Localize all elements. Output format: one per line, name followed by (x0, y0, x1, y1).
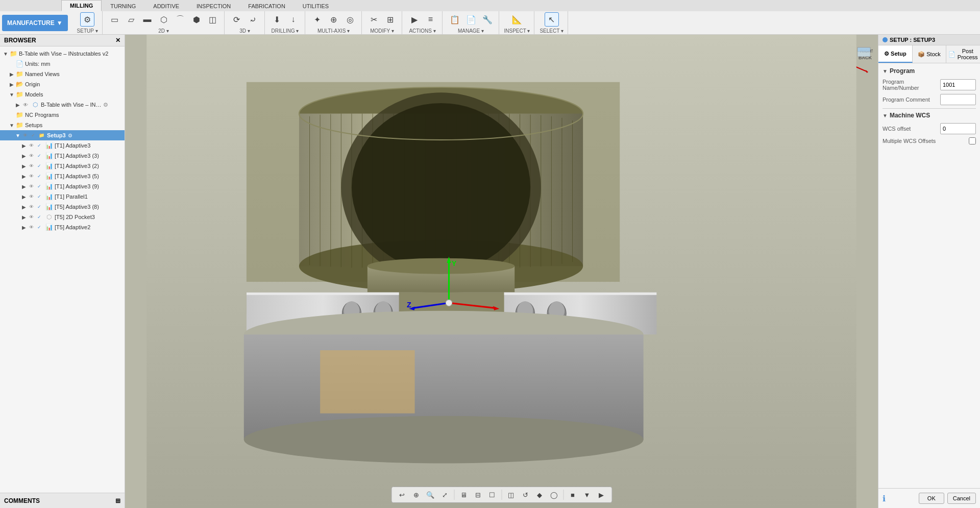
tab-milling[interactable]: MILLING (61, 0, 102, 11)
vp-btn-home[interactable]: ↩ (396, 489, 408, 501)
2d-icon-7[interactable]: ◫ (206, 12, 220, 27)
multiple-wcs-row: Multiple WCS Offsets (883, 137, 976, 144)
tree-item-t1-adaptive3-2[interactable]: 👁 ✓ 📊 [T1] Adaptive3 (2) (0, 161, 125, 171)
setup3-settings-icon[interactable]: ⚙ (68, 133, 72, 138)
vp-btn-rotate[interactable]: ↺ (519, 489, 531, 501)
manage-icon-2[interactable]: 📄 (464, 12, 478, 27)
tree-item-setups[interactable]: 📁 Setups (0, 120, 125, 130)
eye-vis-setup3: 👁 (21, 132, 29, 139)
vp-btn-zoom-fit[interactable]: ⊕ (410, 489, 422, 501)
2d-label[interactable]: 2D ▾ (158, 28, 169, 34)
2d-icon-5[interactable]: ⌒ (173, 12, 187, 27)
tab-additive[interactable]: ADDITIVE (144, 0, 188, 11)
tab-turning[interactable]: TURNING (102, 0, 144, 11)
tree-item-t1-adaptive3-3[interactable]: 👁 ✓ 📊 [T1] Adaptive3 (3) (0, 151, 125, 161)
manage-icon-1[interactable]: 📋 (448, 12, 462, 27)
tree-item-t5-2dpocket3[interactable]: 👁 ✓ ⬡ [T5] 2D Pocket3 (0, 212, 125, 222)
vp-btn-zoom[interactable]: 🔍 (424, 489, 436, 501)
toolbar-group-select: ↖ SELECT ▾ (535, 11, 568, 35)
multiaxis-icon-1[interactable]: ✦ (310, 12, 325, 27)
tab-utilities[interactable]: UTILITIES (294, 0, 337, 11)
tree-item-t1-adaptive3[interactable]: 👁 ✓ 📊 [T1] Adaptive3 (0, 140, 125, 151)
tree-item-t1-parallel1[interactable]: 👁 ✓ 📊 [T1] Parallel1 (0, 191, 125, 202)
manufacture-button[interactable]: MANUFACTURE ▼ (2, 15, 68, 31)
tab-setup[interactable]: ⚙ Setup (878, 45, 913, 63)
center-viewport[interactable]: RIGHT BACK (125, 35, 878, 508)
multiaxis-icon-2[interactable]: ⊕ (327, 12, 341, 27)
program-comment-input[interactable] (940, 94, 976, 105)
tree-item-root[interactable]: 📁 B-Table with Vise – INstructables v2 (0, 49, 125, 59)
info-icon[interactable]: ℹ (883, 494, 886, 503)
tree-item-units[interactable]: 📄 Units: mm (0, 59, 125, 69)
drilling-icon-2[interactable]: ↓ (286, 12, 301, 27)
2d-icon-3[interactable]: ▬ (140, 12, 155, 27)
machine-wcs-section-header[interactable]: ▼ Machine WCS (883, 112, 976, 119)
setup-label[interactable]: SETUP ▾ (77, 28, 98, 34)
tree-item-named-views[interactable]: 📁 Named Views (0, 69, 125, 79)
actions-icon-2[interactable]: ≡ (424, 12, 438, 27)
tree-arrow-t5-a2 (20, 224, 28, 231)
tree-item-setup3[interactable]: 👁 ✓ 📁 Setup3 ⚙ (0, 130, 125, 140)
comments-bar[interactable]: COMMENTS ⊞ (0, 493, 125, 508)
comments-expand-icon[interactable]: ⊞ (115, 497, 120, 504)
inspect-icon-1[interactable]: 📐 (510, 12, 524, 27)
tree-item-model-file[interactable]: 👁 ⬡ B-Table with Vise – IN… ⚙ (0, 100, 125, 110)
program-name-input[interactable] (940, 79, 976, 90)
vp-btn-more[interactable]: ▶ (595, 489, 607, 501)
tool-icon-t1p1: 📊 (45, 192, 53, 201)
actions-label[interactable]: ACTIONS ▾ (409, 28, 435, 34)
drilling-label[interactable]: DRILLING ▾ (272, 28, 299, 34)
multiaxis-icon-3[interactable]: ◎ (343, 12, 357, 27)
actions-icon-1[interactable]: ▶ (407, 12, 422, 27)
tree-item-t5-adaptive2[interactable]: 👁 ✓ 📊 [T5] Adaptive2 (0, 222, 125, 232)
3d-label[interactable]: 3D ▾ (239, 28, 250, 34)
tree-item-models[interactable]: 📁 Models (0, 89, 125, 100)
vp-btn-grid[interactable]: ⊟ (472, 489, 484, 501)
toolbar-group-modify: ✂ ⊞ MODIFY ▾ (363, 11, 402, 35)
2d-icon-4[interactable]: ⬡ (157, 12, 171, 27)
browser-close-icon[interactable]: ✕ (115, 37, 120, 44)
3d-icon-1[interactable]: ⟳ (230, 12, 244, 27)
vp-btn-shading[interactable]: ◆ (533, 489, 546, 501)
folder-icon-origin: 📂 (15, 80, 23, 88)
vp-btn-menu[interactable]: ▼ (581, 489, 593, 501)
vp-btn-display[interactable]: 🖥 (457, 489, 470, 501)
modify-icon-2[interactable]: ⊞ (383, 12, 398, 27)
modify-label[interactable]: MODIFY ▾ (370, 28, 394, 34)
2d-icon-2[interactable]: ▱ (124, 12, 138, 27)
wcs-offset-input[interactable] (940, 123, 976, 134)
tree-item-t5-adaptive3-8[interactable]: 👁 ✓ 📊 [T5] Adaptive3 (8) (0, 202, 125, 212)
manage-icon-3[interactable]: 🔧 (480, 12, 495, 27)
select-label[interactable]: SELECT ▾ (540, 28, 564, 34)
2d-icon-1[interactable]: ▭ (108, 12, 122, 27)
ok-button[interactable]: OK (919, 493, 944, 504)
cancel-button[interactable]: Cancel (947, 493, 976, 504)
tab-fabrication[interactable]: FABRICATION (239, 0, 294, 11)
tab-post-process[interactable]: 📄 Post Process (946, 45, 980, 63)
tree-label-t1-adaptive3-9: [T1] Adaptive3 (9) (55, 183, 99, 189)
modify-icon-1[interactable]: ✂ (367, 12, 381, 27)
program-section-header[interactable]: ▼ Program (883, 67, 976, 75)
select-icon-1[interactable]: ↖ (545, 12, 559, 27)
multiple-wcs-checkbox[interactable] (969, 137, 976, 144)
vp-btn-render[interactable]: ◫ (505, 489, 517, 501)
3d-icon-2[interactable]: ⤾ (246, 12, 260, 27)
inspect-label[interactable]: INSPECT ▾ (504, 28, 530, 34)
setup-icon[interactable]: ⚙ (80, 12, 94, 27)
tree-item-t1-adaptive3-5[interactable]: 👁 ✓ 📊 [T1] Adaptive3 (5) (0, 171, 125, 181)
multiaxis-label[interactable]: MULTI-AXIS ▾ (317, 28, 350, 34)
vp-btn-effects[interactable]: ■ (567, 489, 579, 501)
2d-icon-6[interactable]: ⬢ (189, 12, 204, 27)
tab-inspection[interactable]: INSPECTION (188, 0, 239, 11)
tree-item-nc-programs[interactable]: 📁 NC Programs (0, 110, 125, 120)
tree-item-origin[interactable]: 📂 Origin (0, 79, 125, 89)
model-settings-icon[interactable]: ⚙ (103, 102, 108, 108)
vp-btn-snap[interactable]: ☐ (486, 489, 498, 501)
manage-label[interactable]: MANAGE ▾ (458, 28, 484, 34)
vp-btn-pan[interactable]: ⤢ (438, 489, 451, 501)
svg-marker-50 (247, 293, 399, 295)
tree-item-t1-adaptive3-9[interactable]: 👁 ✓ 📊 [T1] Adaptive3 (9) (0, 181, 125, 191)
vp-btn-environment[interactable]: ◯ (548, 489, 560, 501)
drilling-icon-1[interactable]: ⬇ (270, 12, 284, 27)
tab-stock[interactable]: 📦 Stock (913, 45, 947, 63)
